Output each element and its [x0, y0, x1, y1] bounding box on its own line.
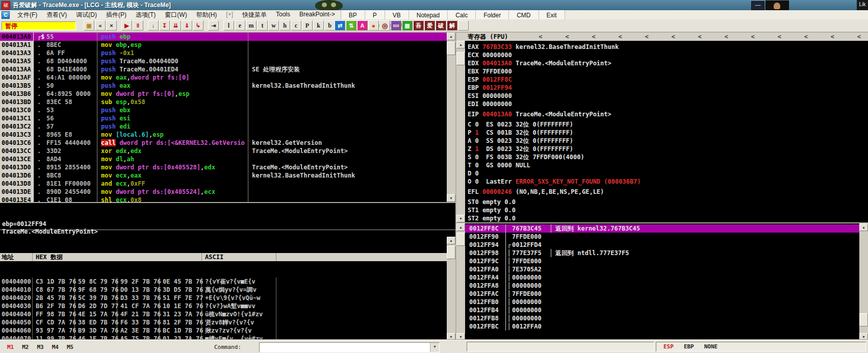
run-to-selection-icon[interactable]: ↳: [193, 20, 203, 31]
memory-tab-m3[interactable]: M3: [33, 344, 48, 350]
plugin-button-vb[interactable]: VB: [385, 10, 409, 19]
step-into-icon[interactable]: ↓: [148, 20, 159, 31]
disasm-row[interactable]: 004013CC.33D2xor edx,edxTraceMe.<ModuleE…: [0, 147, 447, 155]
assemble-icon[interactable]: A: [357, 20, 368, 31]
dump-row[interactable]: 004040202B 45 7B 765C 39 7B 76D3 33 7B 7…: [0, 294, 447, 302]
plugin-button-folder[interactable]: Folder: [476, 10, 509, 19]
disasm-row[interactable]: 004013A0┌$55push ebp: [0, 33, 447, 41]
record-icon[interactable]: ●: [368, 20, 379, 31]
stack-row[interactable]: 0012FF98│777E37F5返回到 ntdll.777E37F5: [465, 249, 868, 257]
register-line[interactable]: T 0 GS 0000 NULL: [456, 161, 868, 169]
registers-scrollbar[interactable]: ▲▼: [456, 41, 465, 222]
stack-row[interactable]: 0012FFA8│00000000: [465, 282, 868, 290]
binary-icon[interactable]: 010: [391, 20, 401, 31]
memory-window-button[interactable]: m: [246, 20, 257, 31]
breakpoints-window-button[interactable]: b: [324, 20, 335, 31]
patches-window-button[interactable]: P: [302, 20, 313, 31]
cpu-window-button[interactable]: c: [291, 20, 301, 31]
scroll-thumb[interactable]: [859, 313, 868, 326]
plugin-button-calc[interactable]: Calc: [448, 10, 476, 19]
close-icon[interactable]: ×: [106, 20, 117, 31]
lcg-ai-icon[interactable]: 爱: [424, 20, 435, 31]
disasm-row[interactable]: 004013D0.8915 2855400mov dword ptr ds:[0…: [0, 163, 447, 171]
execute-till-return-icon[interactable]: ⇥: [208, 20, 219, 31]
disasm-row[interactable]: 004013DE.890D 2455400mov dword ptr ds:[0…: [0, 188, 447, 196]
animate-over-icon[interactable]: ⇓: [182, 20, 192, 31]
menu-item-9[interactable]: 快捷菜单: [238, 10, 271, 20]
swap-icon[interactable]: ⇅: [346, 20, 356, 31]
scroll-up-icon[interactable]: ▲: [447, 33, 455, 40]
scroll-down-icon[interactable]: ▼: [447, 194, 455, 202]
register-line[interactable]: A 0 SS 0023 32位 0(FFFFFFFF): [456, 137, 868, 145]
disasm-row[interactable]: 004013BD.83EC 58sub esp,0x58: [0, 98, 447, 106]
stack-pane[interactable]: ▲▼ 0012FF8C767B3C45返回到 kernel32.767B3C45…: [456, 222, 868, 341]
command-dropdown-icon[interactable]: ▼: [430, 343, 439, 352]
register-line[interactable]: D 0: [456, 169, 868, 178]
stack-row[interactable]: 0012FFB4│00000000: [465, 306, 868, 314]
blank-button[interactable]: [458, 20, 469, 31]
scroll-up-icon[interactable]: ▲: [447, 237, 455, 244]
scroll-thumb[interactable]: [447, 246, 455, 259]
dump-row[interactable]: 0040406093 97 7A 76B9 3D 7A 76A2 3E 7B 7…: [0, 326, 447, 335]
disasm-row[interactable]: 004013AF.64:A1 000000mov eax,dword ptr f…: [0, 73, 447, 82]
menu-item-6[interactable]: 窗口(W): [160, 10, 191, 20]
register-line[interactable]: ST0 empty 0.0: [456, 198, 868, 206]
scroll-thumb[interactable]: [456, 233, 465, 246]
restart-icon[interactable]: «: [95, 20, 106, 31]
dump-row[interactable]: 00404010C8 67 7B 769F 68 79 76D0 13 7B 7…: [0, 286, 447, 294]
threads-window-button[interactable]: t: [257, 20, 268, 31]
stack-scrollbar-left[interactable]: ▲▼: [456, 223, 465, 341]
register-line[interactable]: S 0 FS 003B 32位 7FFDF000(4000): [456, 153, 868, 161]
executables-window-button[interactable]: e: [235, 20, 245, 31]
menu-item-5[interactable]: 选项(T): [131, 10, 160, 20]
plugin-button-cmd[interactable]: CMD: [509, 10, 539, 19]
stack-row[interactable]: 0012FF94┌0012FFD4: [465, 241, 868, 249]
disasm-row[interactable]: 004013A1.8BECmov ebp,esp: [0, 41, 447, 49]
scroll-thumb[interactable]: [456, 52, 465, 65]
register-line[interactable]: EIP 004013A0 TraceMe.<ModuleEntryPoint>: [456, 110, 868, 118]
register-line[interactable]: O 0 LastErr ERROR_SXS_KEY_NOT_FOUND (000…: [456, 178, 868, 186]
scroll-thumb[interactable]: [447, 42, 455, 55]
stack-row[interactable]: 0012FFA4│00000000: [465, 273, 868, 282]
lcg-jie-icon[interactable]: 解: [447, 20, 457, 31]
plugin-button-bp[interactable]: BP: [341, 10, 365, 19]
dump-scrollbar[interactable]: ▲▼: [447, 237, 455, 341]
stack-row[interactable]: 0012FFB0│00000000: [465, 298, 868, 306]
command-input[interactable]: [260, 343, 430, 352]
dump-row[interactable]: 00404000C3 1D 7B 7659 8C 79 7699 2F 7B 7…: [0, 278, 447, 286]
stack-row[interactable]: 0012FF907FFDE000: [465, 233, 868, 241]
register-line[interactable]: ESP 0012FF8C: [456, 75, 868, 84]
disasm-row[interactable]: 004013B6.64:8925 0000mov dword ptr fs:[0…: [0, 90, 447, 98]
disasm-row[interactable]: 004013C2.57push edi: [0, 122, 447, 131]
disasm-row[interactable]: 004013C3.8965 E8mov [local.6],esp: [0, 131, 447, 139]
dump-row[interactable]: 00404030B6 2F 7B 76D6 2D 7D 7741 CF 7A 7…: [0, 302, 447, 310]
callstack-window-button[interactable]: k: [313, 20, 324, 31]
run-icon[interactable]: ▶: [121, 20, 132, 31]
register-line[interactable]: Z 1 DS 0023 32位 0(FFFFFFFF): [456, 145, 868, 153]
memory-tab-m4[interactable]: M4: [48, 344, 63, 350]
target-icon[interactable]: ◎: [379, 20, 390, 31]
menu-item-11[interactable]: BreakPoint->: [295, 10, 340, 20]
dump-row[interactable]: 00404050CF CD 7A 7638 ED 7B 76F6 33 7B 7…: [0, 318, 447, 326]
dump-row[interactable]: 00404040FF 98 7B 764E 15 7A 764F 21 7B 7…: [0, 310, 447, 318]
stack-row[interactable]: 0012FFAC│7FFDE000: [465, 290, 868, 298]
disasm-row[interactable]: 004013C1.56push esi: [0, 114, 447, 122]
memory-tab-m2[interactable]: M2: [18, 344, 33, 350]
memory-tab-m1[interactable]: M1: [3, 344, 18, 350]
menu-item-8[interactable]: [+]: [221, 10, 238, 20]
register-line[interactable]: EDX 004013A0 TraceMe.<ModuleEntryPoint>: [456, 59, 868, 67]
register-line[interactable]: EBX 7FFDE000: [456, 67, 868, 75]
register-line[interactable]: ST1 empty 0.0: [456, 206, 868, 214]
disasm-row[interactable]: 004013A3.6A FFpush -0x1: [0, 49, 447, 57]
grid-icon[interactable]: ▦: [402, 20, 413, 31]
disasm-row[interactable]: 004013AA.68 D41E4000push TraceMe.00401ED…: [0, 65, 447, 73]
minimize-button[interactable]: —: [751, 1, 764, 10]
menu-item-3[interactable]: 调试(D): [71, 10, 101, 20]
pause-icon[interactable]: ‖: [133, 20, 143, 31]
open-file-icon[interactable]: ▣: [84, 20, 94, 31]
register-line[interactable]: ECX 00000000: [456, 51, 868, 59]
scroll-up-icon[interactable]: ▲: [456, 41, 465, 48]
handles-window-button[interactable]: h: [279, 20, 290, 31]
register-line[interactable]: EFL 00000246 (NO,NB,E,BE,NS,PE,GE,LE): [456, 188, 868, 196]
disassembly-scrollbar[interactable]: ▲▼: [447, 33, 455, 202]
